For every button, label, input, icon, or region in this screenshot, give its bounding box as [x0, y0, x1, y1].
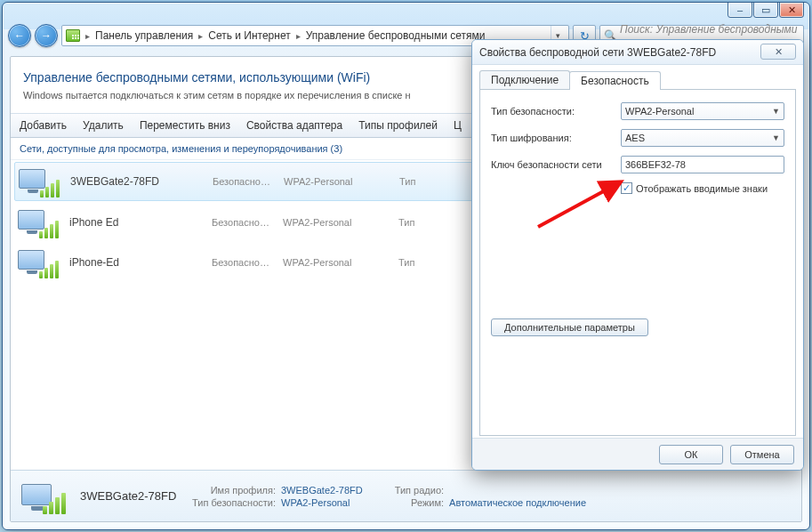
tab-strip: Подключение Безопасность — [479, 70, 796, 90]
key-value: 366BEF32-78 — [625, 159, 686, 170]
details-grid: Имя профиля: 3WEBGate2-78FD Тип безопасн… — [192, 485, 363, 508]
network-auth: WPA2-Personal — [284, 176, 390, 187]
show-characters-label: Отображать вводимые знаки — [636, 183, 768, 194]
wifi-icon — [18, 246, 60, 278]
security-type-label: Тип безопасности: — [491, 106, 615, 117]
dialog-title[interactable]: Свойства беспроводной сети 3WEBGate2-78F… — [472, 40, 803, 65]
network-auth: WPA2-Personal — [283, 217, 390, 228]
radio-label: Тип радио: — [395, 485, 444, 496]
wifi-icon — [19, 165, 61, 197]
network-name: 3WEBGate2-78FD — [70, 175, 204, 188]
network-name: iPhone Ed — [69, 216, 203, 229]
toolbar-delete[interactable]: Удалить — [83, 119, 124, 132]
close-icon: ✕ — [775, 46, 783, 58]
toolbar-add[interactable]: Добавить — [20, 119, 67, 132]
tab-connection[interactable]: Подключение — [479, 70, 570, 89]
key-row: Ключ безопасности сети 366BEF32-78 — [491, 156, 784, 173]
network-type: Тип — [398, 217, 434, 228]
mode-label: Режим: — [395, 497, 444, 508]
network-security-label: Безопасно… — [213, 176, 275, 187]
security-type-row: Тип безопасности: WPA2-Personal ▼ — [491, 102, 784, 120]
network-security-label: Безопасно… — [212, 257, 274, 268]
advanced-parameters-button[interactable]: Дополнительные параметры — [491, 318, 648, 336]
dialog-title-text: Свойства беспроводной сети 3WEBGate2-78F… — [479, 46, 716, 59]
breadcrumb[interactable]: Сеть и Интернет — [208, 29, 290, 42]
wifi-icon — [21, 479, 66, 514]
breadcrumb[interactable]: Управление беспроводными сетями — [306, 29, 486, 42]
encryption-value: AES — [625, 133, 645, 143]
chevron-right-icon: ▸ — [84, 31, 92, 41]
show-characters-row[interactable]: ✓ Отображать вводимые знаки — [621, 182, 784, 194]
key-input[interactable]: 366BEF32-78 — [621, 156, 784, 173]
radio-value — [449, 485, 586, 496]
encryption-row: Тип шифрования: AES ▼ — [491, 129, 784, 147]
chevron-right-icon: ▸ — [294, 31, 302, 41]
show-characters-checkbox[interactable]: ✓ — [621, 182, 632, 194]
profile-label: Имя профиля: — [192, 485, 276, 496]
profile-value: 3WEBGate2-78FD — [281, 485, 363, 496]
details-footer: 3WEBGate2-78FD Имя профиля: 3WEBGate2-78… — [11, 470, 801, 521]
mode-value: Автоматическое подключение — [449, 497, 586, 508]
tab-page-security: Тип безопасности: WPA2-Personal ▼ Тип ши… — [479, 90, 796, 436]
tab-security[interactable]: Безопасность — [569, 71, 661, 90]
network-security-label: Безопасно… — [212, 217, 274, 228]
toolbar-adapter[interactable]: Свойства адаптера — [246, 119, 342, 132]
toolbar-profiles[interactable]: Типы профилей — [358, 119, 438, 132]
selected-network-name: 3WEBGate2-78FD — [80, 489, 178, 503]
breadcrumb[interactable]: Панель управления — [95, 29, 193, 42]
forward-button[interactable]: → — [35, 24, 58, 47]
back-button[interactable]: ← — [8, 24, 31, 47]
key-label: Ключ безопасности сети — [491, 159, 615, 170]
network-name: iPhone-Ed — [69, 256, 203, 269]
dialog-buttons: ОК Отмена — [472, 438, 803, 470]
maximize-button[interactable]: ▭ — [753, 2, 778, 18]
encryption-combo[interactable]: AES ▼ — [621, 129, 784, 147]
network-type: Тип — [399, 176, 435, 187]
close-button[interactable]: ✕ — [779, 2, 804, 18]
toolbar-more[interactable]: Ц — [454, 119, 462, 132]
dialog-close-button[interactable]: ✕ — [760, 44, 796, 60]
caption-buttons: – ▭ ✕ — [728, 2, 804, 18]
dialog-body: Подключение Безопасность Тип безопасност… — [479, 70, 796, 436]
details-grid-2: Тип радио: Режим: Автоматическое подключ… — [395, 485, 586, 508]
location-icon — [66, 29, 80, 42]
chevron-down-icon: ▼ — [772, 107, 780, 116]
ok-button[interactable]: ОК — [659, 445, 723, 464]
security-value: WPA2-Personal — [281, 497, 363, 508]
properties-dialog: Свойства беспроводной сети 3WEBGate2-78F… — [471, 39, 804, 471]
security-type-value: WPA2-Personal — [625, 106, 694, 117]
back-icon: ← — [14, 29, 25, 42]
minimize-button[interactable]: – — [728, 2, 752, 18]
chevron-down-icon: ▼ — [772, 133, 780, 142]
chevron-right-icon: ▸ — [197, 31, 205, 41]
caption-bar: – ▭ ✕ — [3, 3, 809, 20]
network-auth: WPA2-Personal — [283, 257, 390, 268]
wifi-icon — [18, 206, 60, 238]
cancel-button[interactable]: Отмена — [730, 445, 794, 464]
security-type-combo[interactable]: WPA2-Personal ▼ — [621, 102, 784, 120]
network-type: Тип — [398, 257, 434, 268]
toolbar-move-down[interactable]: Переместить вниз — [140, 119, 230, 132]
forward-icon: → — [41, 29, 52, 42]
security-label: Тип безопасности: — [192, 497, 276, 508]
encryption-label: Тип шифрования: — [491, 133, 615, 143]
